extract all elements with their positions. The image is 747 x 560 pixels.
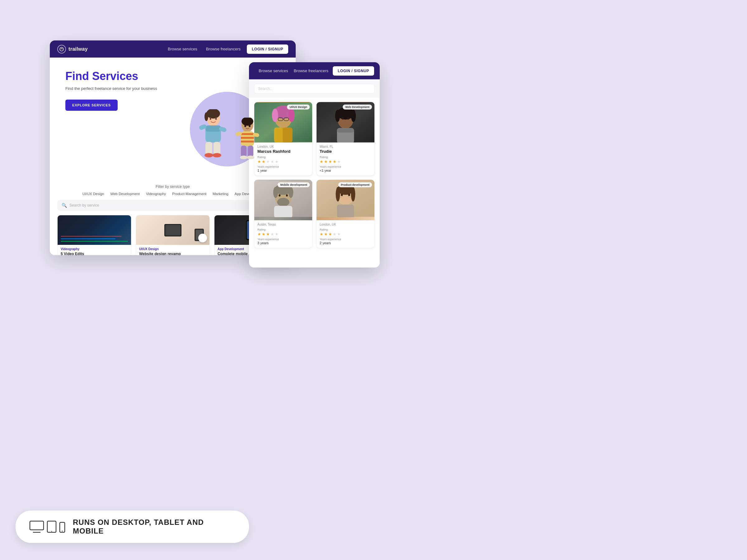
card-body-1: UI/UX Design Website design revamp [136,245,209,255]
nav-browse-freelancers[interactable]: Browse freelancers [206,47,240,51]
freelancer-photo-3: Product development [316,180,375,220]
svg-point-29 [249,125,251,127]
filter-tab-marketing[interactable]: Marketing [212,192,229,196]
svg-point-3 [205,112,208,121]
freelancer-card-3[interactable]: Product development London, UK Rating ★ … [316,180,375,248]
star-1-1: ★ [320,159,324,164]
svg-point-71 [348,193,350,196]
hero-title: Find Services [66,70,280,82]
exp-label-2: Years experience [257,238,309,241]
card-title-1: Website design revamp [139,252,206,255]
nav-links: Browse services Browse freelancers [168,47,240,51]
svg-point-14 [210,118,211,120]
stars-2: ★ ★ ★ ★ ★ [257,232,309,236]
figure-2 [233,117,261,165]
rating-label-1: Rating [320,156,371,159]
exp-value-1: <1 year [320,169,371,172]
svg-point-28 [244,125,246,127]
star-3-3: ★ [328,232,332,236]
exp-value-0: 1 year [257,169,309,172]
svg-point-60 [277,198,289,206]
star-0-5: ★ [275,159,279,164]
freelancer-info-1: Miami, FL Trudie Rating ★ ★ ★ ★ ★ Years … [316,142,375,176]
app-background: trailway Browse services Browse freelanc… [0,0,747,560]
exp-label-0: Years experience [257,165,309,168]
freelancer-location-1: Miami, FL [320,145,371,149]
svg-point-74 [348,196,349,197]
filter-tab-uiux[interactable]: UI/UX Design [82,192,104,196]
service-card-0[interactable]: Videography 5 Video Edits [57,215,131,255]
svg-point-73 [342,196,343,197]
stars-0: ★ ★ ★ ★ ★ [257,159,309,164]
logo-text: trailway [69,46,88,52]
star-2-3: ★ [266,232,270,236]
exp-value-3: 2 years [320,241,371,245]
device-icons [29,521,66,533]
svg-point-50 [342,117,344,119]
login-signup-button-back[interactable]: LOGIN / SIGNUP [333,66,374,76]
svg-point-8 [205,153,213,157]
freelancer-info-0: London, UK Marcus Rashford Rating ★ ★ ★ … [254,142,312,176]
svg-rect-22 [241,145,247,157]
hero-text: Find Services Find the perfect freelance… [66,70,280,111]
search-placeholder-text: Search by service [70,203,99,208]
exp-label-3: Years experience [320,238,371,241]
svg-point-62 [286,194,288,196]
svg-point-35 [288,109,295,122]
svg-point-46 [335,110,340,122]
freelancer-info-3: London, UK Rating ★ ★ ★ ★ ★ Years experi… [316,220,375,248]
svg-rect-5 [205,125,221,132]
star-2-1: ★ [257,232,261,236]
star-3-4: ★ [333,232,336,236]
svg-rect-7 [213,142,221,155]
star-1-4: ★ [333,159,336,164]
stars-1: ★ ★ ★ ★ ★ [320,159,371,164]
badge-1: Web Development [343,105,372,109]
card-image-video [58,215,131,245]
freelancer-name-1: Trudie [320,149,371,154]
freelancer-card-0[interactable]: UI/UX Design London, UK Marcus Rashford … [254,102,312,176]
rating-label-0: Rating [257,156,309,159]
nav-browse-services[interactable]: Browse services [168,47,197,51]
svg-point-59 [288,187,293,198]
svg-point-75 [350,197,351,198]
filter-tab-webdev[interactable]: Web Development [110,192,140,196]
stars-3: ★ ★ ★ ★ ★ [320,232,371,236]
banner-text: RUNS ON DESKTOP, TABLET AND MOBILE [73,518,235,535]
login-signup-button[interactable]: LOGIN / SIGNUP [247,45,288,54]
svg-point-61 [279,194,280,196]
svg-rect-6 [205,142,212,155]
freelancer-card-1[interactable]: Web Development Miami, FL Trudie Rating … [316,102,375,176]
explore-services-button[interactable]: EXPLORE SERVICES [66,100,118,111]
badge-2: Mobile development [278,182,310,187]
svg-point-25 [247,156,254,159]
svg-point-69 [351,187,356,202]
freelancer-location-2: Austin, Texas [257,223,309,226]
freelancer-card-2[interactable]: Mobile development Austin, Texas Rating … [254,180,312,248]
filter-tab-productmgmt[interactable]: Product Management [172,192,206,196]
figure-1 [196,109,230,163]
bottom-banner: RUNS ON DESKTOP, TABLET AND MOBILE [16,510,249,543]
svg-rect-76 [337,205,354,217]
search-icon: 🔍 [61,203,67,208]
svg-point-58 [273,187,278,198]
hero-subtitle: Find the perfect freelance service for y… [66,86,280,91]
svg-point-9 [212,153,221,157]
card-category-0: Videography [61,247,128,251]
svg-point-51 [347,117,349,119]
svg-rect-40 [274,128,283,142]
freelancer-info-2: Austin, Texas Rating ★ ★ ★ ★ ★ Years exp… [254,220,312,248]
star-1-5: ★ [337,159,341,164]
svg-rect-19 [241,133,254,135]
card-image-design [136,215,209,245]
navbar: trailway Browse services Browse freelanc… [50,41,296,58]
exp-label-1: Years experience [320,165,371,168]
mobile-icon [59,522,66,533]
freelancer-name-0: Marcus Rashford [257,149,309,154]
svg-point-72 [340,197,341,198]
nav-back-browse-freelancers[interactable]: Browse freelancers [294,69,328,73]
star-3-5: ★ [337,232,341,236]
filter-tab-videography[interactable]: Videography [146,192,166,196]
service-card-1[interactable]: UI/UX Design Website design revamp [136,215,210,255]
star-1-3: ★ [328,159,332,164]
